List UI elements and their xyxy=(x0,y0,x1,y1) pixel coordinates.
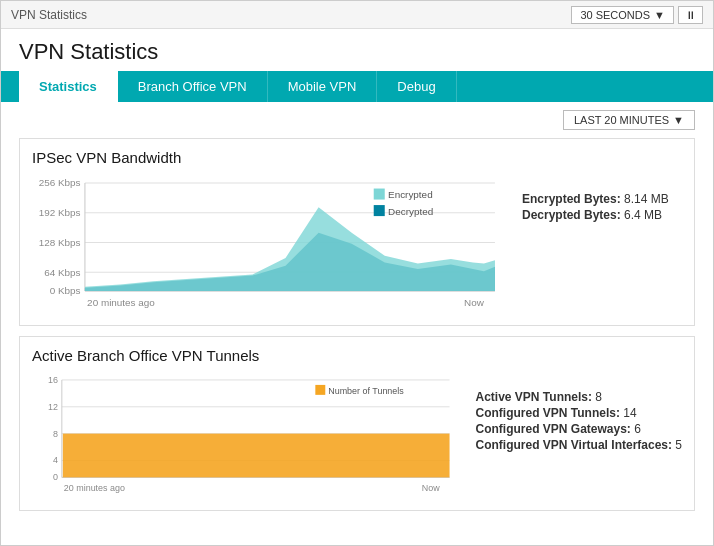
svg-text:128 Kbps: 128 Kbps xyxy=(39,237,81,248)
stat-configured-interfaces: Configured VPN Virtual Interfaces: 5 xyxy=(476,438,683,452)
svg-text:0 Kbps: 0 Kbps xyxy=(50,285,81,296)
tab-mobile-vpn[interactable]: Mobile VPN xyxy=(268,71,378,102)
svg-rect-34 xyxy=(315,385,325,395)
svg-rect-16 xyxy=(374,205,385,216)
svg-rect-14 xyxy=(374,189,385,200)
svg-text:Number of Tunnels: Number of Tunnels xyxy=(328,386,404,396)
time-filter-button[interactable]: LAST 20 MINUTES ▼ xyxy=(563,110,695,130)
svg-text:20 minutes ago: 20 minutes ago xyxy=(64,484,125,494)
ipsec-chart-container: 256 Kbps 192 Kbps 128 Kbps 64 Kbps 0 Kbp… xyxy=(32,172,682,315)
time-filter-chevron: ▼ xyxy=(673,114,684,126)
chevron-down-icon: ▼ xyxy=(654,9,665,21)
svg-text:Decrypted: Decrypted xyxy=(388,206,433,217)
svg-text:192 Kbps: 192 Kbps xyxy=(39,207,81,218)
tunnels-chart-title: Active Branch Office VPN Tunnels xyxy=(32,347,682,364)
tunnels-chart-svg: 16 12 8 4 0 20 minutes ago Now Number of… xyxy=(32,370,460,499)
svg-text:Now: Now xyxy=(464,297,485,308)
svg-text:8: 8 xyxy=(53,429,58,439)
svg-text:64 Kbps: 64 Kbps xyxy=(44,267,80,278)
svg-text:Encrypted: Encrypted xyxy=(388,189,433,200)
svg-text:Now: Now xyxy=(422,484,440,494)
ipsec-chart-area: 256 Kbps 192 Kbps 128 Kbps 64 Kbps 0 Kbp… xyxy=(32,172,506,315)
tab-statistics[interactable]: Statistics xyxy=(19,71,118,102)
tab-debug[interactable]: Debug xyxy=(377,71,456,102)
svg-rect-36 xyxy=(63,434,450,478)
refresh-label: 30 SECONDS xyxy=(580,9,650,21)
tunnels-chart-area: 16 12 8 4 0 20 minutes ago Now Number of… xyxy=(32,370,460,499)
tab-branch-office-vpn[interactable]: Branch Office VPN xyxy=(118,71,268,102)
tunnels-section: Active Branch Office VPN Tunnels 16 12 xyxy=(19,336,695,510)
svg-text:20 minutes ago: 20 minutes ago xyxy=(87,297,155,308)
stat-configured-gateways: Configured VPN Gateways: 6 xyxy=(476,422,683,436)
ipsec-chart-title: IPSec VPN Bandwidth xyxy=(32,149,682,166)
tunnels-chart-container: 16 12 8 4 0 20 minutes ago Now Number of… xyxy=(32,370,682,499)
svg-marker-19 xyxy=(85,207,495,291)
time-filter-label: LAST 20 MINUTES xyxy=(574,114,669,126)
svg-text:4: 4 xyxy=(53,456,58,466)
ipsec-stats: Encrypted Bytes: 8.14 MB Decrypted Bytes… xyxy=(522,172,682,224)
top-bar: VPN Statistics 30 SECONDS ▼ ⏸ xyxy=(1,1,713,29)
page-title: VPN Statistics xyxy=(19,39,695,65)
ipsec-stat-decrypted: Decrypted Bytes: 6.4 MB xyxy=(522,208,682,222)
page-header: VPN Statistics xyxy=(1,29,713,71)
stat-configured-tunnels: Configured VPN Tunnels: 14 xyxy=(476,406,683,420)
svg-text:0: 0 xyxy=(53,473,58,483)
top-bar-controls: 30 SECONDS ▼ ⏸ xyxy=(571,6,703,24)
pause-icon: ⏸ xyxy=(685,9,696,21)
svg-text:16: 16 xyxy=(48,375,58,385)
stat-active-tunnels: Active VPN Tunnels: 8 xyxy=(476,390,683,404)
svg-text:256 Kbps: 256 Kbps xyxy=(39,177,81,188)
ipsec-chart-svg: 256 Kbps 192 Kbps 128 Kbps 64 Kbps 0 Kbp… xyxy=(32,172,506,315)
tunnels-stats: Active VPN Tunnels: 8 Configured VPN Tun… xyxy=(476,370,683,454)
tabs-bar: Statistics Branch Office VPN Mobile VPN … xyxy=(1,71,713,102)
top-bar-title: VPN Statistics xyxy=(11,8,87,22)
refresh-button[interactable]: 30 SECONDS ▼ xyxy=(571,6,674,24)
pause-button[interactable]: ⏸ xyxy=(678,6,703,24)
svg-text:12: 12 xyxy=(48,402,58,412)
time-filter: LAST 20 MINUTES ▼ xyxy=(19,110,695,130)
ipsec-stat-encrypted: Encrypted Bytes: 8.14 MB xyxy=(522,192,682,206)
content-area: LAST 20 MINUTES ▼ IPSec VPN Bandwidth xyxy=(1,102,713,529)
ipsec-bandwidth-section: IPSec VPN Bandwidth 256 Kbps 192 Kbps 1 xyxy=(19,138,695,326)
